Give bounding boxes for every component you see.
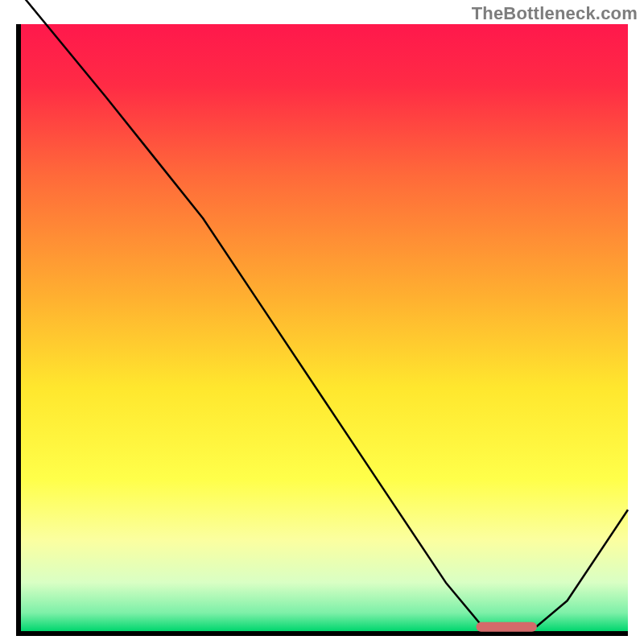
optimum-band-marker xyxy=(477,622,537,632)
chart-canvas: TheBottleneck.com xyxy=(0,0,644,644)
chart-svg xyxy=(21,24,628,631)
plot-area xyxy=(21,24,628,631)
watermark-text: TheBottleneck.com xyxy=(472,3,638,24)
plot-frame xyxy=(16,24,628,636)
gradient-backdrop xyxy=(21,24,628,631)
